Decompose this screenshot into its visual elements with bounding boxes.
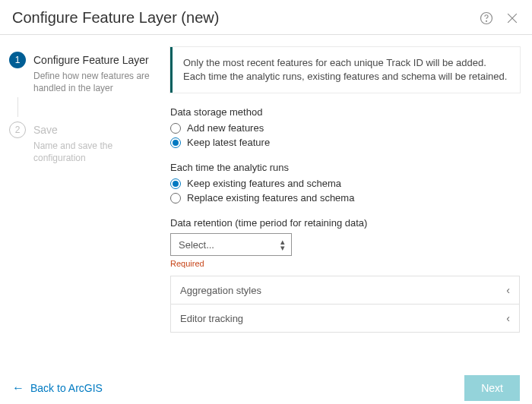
- form-content: Only the most recent features for each u…: [164, 39, 532, 369]
- step-2-title: Save: [33, 123, 155, 137]
- step-2-number: 2: [9, 122, 26, 138]
- radio-label: Replace existing features and schema: [187, 192, 354, 204]
- select-placeholder: Select...: [179, 239, 214, 251]
- accordion: Aggregation styles ‹ Editor tracking ‹: [170, 276, 520, 333]
- runs-label: Each time the analytic runs: [170, 162, 520, 173]
- step-connector: [17, 97, 18, 117]
- step-1-number: 1: [9, 52, 26, 68]
- radio-icon: [170, 193, 181, 204]
- next-button[interactable]: Next: [464, 375, 520, 401]
- accordion-label: Aggregation styles: [180, 285, 261, 296]
- back-link-label: Back to ArcGIS: [30, 382, 103, 394]
- help-icon[interactable]: [479, 11, 494, 26]
- step-1-title: Configure Feature Layer: [33, 53, 155, 67]
- dialog-footer: ← Back to ArcGIS Next: [0, 369, 532, 404]
- accordion-editor-tracking[interactable]: Editor tracking ‹: [171, 304, 519, 332]
- accordion-label: Editor tracking: [180, 313, 243, 324]
- radio-label: Keep existing features and schema: [187, 178, 341, 189]
- radio-icon: [170, 178, 181, 189]
- retention-select[interactable]: Select... ▴▾: [170, 233, 292, 256]
- info-callout: Only the most recent features for each u…: [170, 47, 520, 93]
- required-hint: Required: [170, 259, 520, 268]
- dialog-header: Configure Feature Layer (new): [0, 0, 532, 34]
- radio-keep-latest-feature[interactable]: Keep latest feature: [170, 137, 520, 148]
- step-2[interactable]: 2 Save Name and save the configuration: [9, 118, 157, 166]
- chevron-left-icon: ‹: [506, 312, 510, 324]
- page-title: Configure Feature Layer (new): [12, 9, 219, 27]
- storage-method-label: Data storage method: [170, 106, 520, 118]
- header-icons: [479, 11, 520, 26]
- step-2-texts: Save Name and save the configuration: [33, 122, 155, 164]
- step-1-desc: Define how new features are handled in t…: [33, 70, 155, 94]
- radio-icon: [170, 137, 181, 148]
- accordion-aggregation-styles[interactable]: Aggregation styles ‹: [171, 276, 519, 304]
- select-caret-icon: ▴▾: [280, 238, 285, 251]
- header-divider: [0, 34, 532, 35]
- radio-label: Keep latest feature: [187, 137, 270, 148]
- back-link[interactable]: ← Back to ArcGIS: [12, 381, 103, 395]
- radio-add-new-features[interactable]: Add new features: [170, 122, 520, 134]
- chevron-left-icon: ‹: [506, 284, 510, 296]
- step-2-desc: Name and save the configuration: [33, 140, 155, 164]
- retention-label: Data retention (time period for retainin…: [170, 217, 520, 229]
- radio-icon: [170, 123, 181, 134]
- step-1-texts: Configure Feature Layer Define how new f…: [33, 52, 155, 94]
- step-1[interactable]: 1 Configure Feature Layer Define how new…: [9, 49, 157, 96]
- arrow-left-icon: ←: [12, 381, 24, 395]
- radio-replace-existing[interactable]: Replace existing features and schema: [170, 192, 520, 204]
- radio-label: Add new features: [187, 122, 264, 134]
- wizard-sidebar: 1 Configure Feature Layer Define how new…: [0, 39, 164, 369]
- radio-keep-existing[interactable]: Keep existing features and schema: [170, 178, 520, 189]
- close-icon[interactable]: [505, 11, 520, 26]
- dialog-body: 1 Configure Feature Layer Define how new…: [0, 39, 532, 369]
- svg-point-1: [486, 21, 487, 21]
